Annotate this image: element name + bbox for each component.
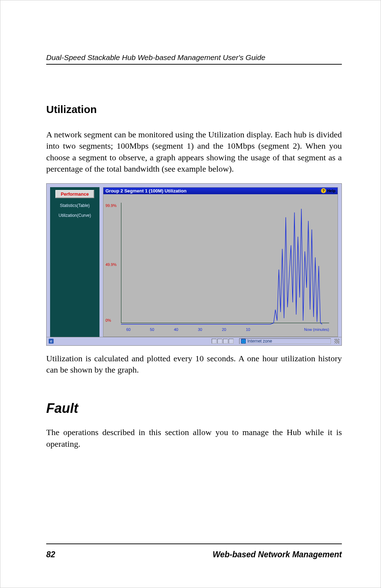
x-tick-label: 10 (246, 327, 250, 332)
x-tick-label-now: Now (minutes) (304, 327, 329, 332)
ie-page-icon: e (49, 339, 54, 344)
resize-grip[interactable] (334, 339, 339, 344)
page-footer: 82 Web-based Network Management (46, 544, 342, 559)
body-paragraph: The operations described in this section… (46, 427, 342, 450)
chart-area: 99.9% 49.9% 0% 60 50 40 30 20 10 Now (mi… (103, 194, 338, 337)
security-zone: 🌐 Internet zone (239, 338, 331, 344)
help-icon: ? (321, 188, 326, 193)
screenshot-sidebar: Performance Statistics(Table) Utilizatio… (50, 187, 99, 337)
x-tick-label: 40 (174, 327, 178, 332)
chapter-label: Web-based Network Management (213, 550, 342, 559)
running-header: Dual-Speed Stackable Hub Web-based Manag… (46, 53, 342, 65)
help-label: Help (327, 189, 335, 193)
section-heading-utilization: Utilization (46, 103, 342, 115)
globe-icon: 🌐 (241, 339, 246, 344)
sidebar-link-utilization[interactable]: Utilization(Curve) (52, 213, 97, 218)
body-paragraph: A network segment can be monitored using… (46, 129, 342, 175)
chart-title-bar: Group 2 Segment 1 (100M) Utilization ? H… (103, 188, 338, 194)
status-seg (217, 339, 222, 344)
x-tick-label: 60 (126, 327, 131, 332)
status-seg (223, 339, 228, 344)
screenshot-main: Performance Statistics(Table) Utilizatio… (47, 184, 341, 337)
x-tick-label: 20 (222, 327, 226, 332)
chart-title-text: Group 2 Segment 1 (100M) Utilization (105, 188, 187, 194)
status-bar: e 🌐 Internet zone (47, 337, 341, 345)
document-page: Dual-Speed Stackable Hub Web-based Manag… (0, 0, 381, 588)
utilization-curve (121, 203, 329, 324)
performance-button[interactable]: Performance (55, 190, 94, 198)
chart-panel: Group 2 Segment 1 (100M) Utilization ? H… (103, 187, 338, 337)
x-tick-label: 30 (198, 327, 202, 332)
y-tick-label: 0% (105, 318, 111, 322)
y-tick-label: 99.9% (105, 203, 116, 208)
y-tick-label: 49.9% (105, 262, 116, 267)
status-segments (212, 339, 234, 344)
status-seg (229, 339, 234, 344)
help-button[interactable]: ? Help (321, 188, 335, 193)
body-paragraph: Utilization is calculated and plotted ev… (46, 353, 342, 376)
page-number: 82 (46, 550, 55, 559)
section-heading-fault: Fault (46, 401, 342, 416)
x-tick-label: 50 (150, 327, 154, 332)
utilization-screenshot: Performance Statistics(Table) Utilizatio… (46, 183, 342, 346)
zone-label: Internet zone (247, 339, 272, 344)
status-seg (212, 339, 217, 344)
sidebar-link-statistics[interactable]: Statistics(Table) (52, 203, 97, 208)
